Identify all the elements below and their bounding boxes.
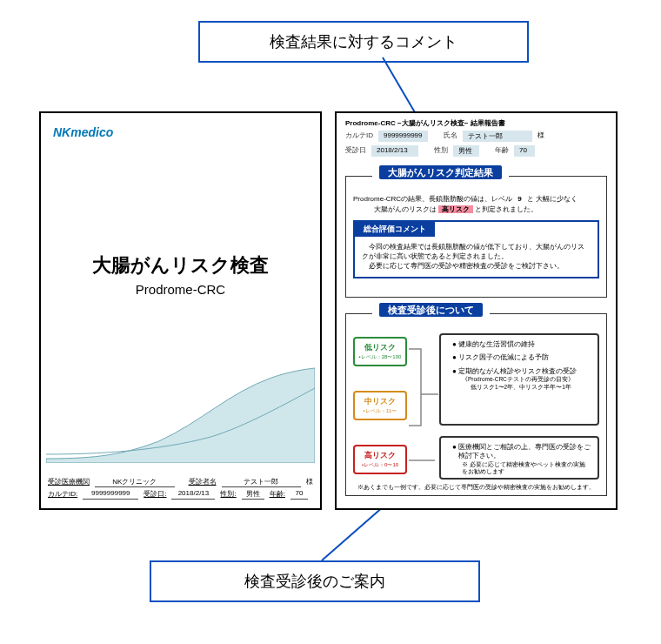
logo: NKmedico	[53, 125, 113, 139]
result-section-title: 大腸がんリスク判定結果	[379, 165, 502, 179]
cover-patient-info: 受診医療機関 NKクリニック 受診者名 テスト一郎 様 カルテID: 99999…	[48, 477, 313, 501]
advice2-i1: 医療機関とご相談の上、専門医の受診をご検討下さい。	[458, 443, 591, 460]
h-name-honorific: 様	[537, 131, 544, 142]
facility-value: NKクリニック	[95, 477, 175, 487]
advice-box-low-mid: 健康的な生活習慣の維持 リスク因子の低減による予防 定期的ながん検診やリスク検査…	[439, 333, 599, 426]
advice1-i3-sub2: 低リスク1〜2年、中リスク半年〜1年	[471, 384, 591, 391]
cover-title: 大腸がんリスク検査 Prodrome-CRC	[41, 252, 320, 297]
cover-title-en: Prodrome-CRC	[41, 282, 320, 297]
h-name-value: テスト一郎	[463, 131, 532, 142]
h-date-value: 2018/2/13	[371, 145, 418, 157]
callout-top: 検査結果に対するコメント	[198, 21, 529, 63]
report-header: カルテID 9999999999 氏名 テスト一郎 様 受診日 2018/2/1…	[345, 131, 607, 160]
risk-badge: 高リスク	[438, 205, 473, 213]
followup-section-title: 検査受診後について	[379, 303, 483, 317]
risk-bracket-lines	[409, 333, 438, 481]
h-date-label: 受診日	[345, 145, 366, 157]
karte-label: カルテID:	[48, 489, 77, 500]
risk-mid-box: 中リスク •レベル：11〜	[353, 391, 407, 420]
age-label: 年齢:	[270, 489, 285, 500]
result-section: 大腸がんリスク判定結果 Prodrome-CRCの結果、長鎖脂肪酸の値は、レベル…	[345, 176, 607, 298]
result-text: Prodrome-CRCの結果、長鎖脂肪酸の値は、レベル 9 と 大幅に少なく …	[353, 194, 599, 215]
patient-value: テスト一郎	[222, 477, 302, 487]
cover-page: NKmedico 大腸がんリスク検査 Prodrome-CRC 受診医療機関 N…	[39, 111, 322, 510]
karte-value: 9999999999	[83, 489, 138, 500]
callout-bottom: 検査受診後のご案内	[150, 560, 480, 602]
h-karte-label: カルテID	[345, 131, 373, 142]
risk-mid-range: •レベル：11〜	[357, 407, 404, 415]
comment-tab: 総合評価コメント	[355, 222, 435, 237]
risk-low-range: •レベル：28〜100	[357, 353, 404, 361]
patient-label: 受診者名	[189, 477, 217, 487]
risk-low-label: 低リスク	[357, 342, 404, 353]
h-name-label: 氏名	[444, 131, 457, 142]
r-line1-pre: Prodrome-CRCの結果、長鎖脂肪酸の値は、レベル	[353, 195, 512, 203]
risk-low-box: 低リスク •レベル：28〜100	[353, 337, 407, 366]
r-line1-post: と 大幅に少なく	[527, 195, 578, 203]
risk-mid-label: 中リスク	[357, 396, 404, 407]
advice1-i2: リスク因子の低減による予防	[458, 353, 591, 362]
comment-box: 総合評価コメント 今回の検査結果では長鎖脂肪酸の値が低下しており、大腸がんのリス…	[353, 220, 599, 278]
patient-honorific: 様	[306, 477, 313, 487]
h-age-label: 年齢	[495, 145, 509, 157]
report-title: Prodrome-CRC −大腸がんリスク検査− 結果報告書	[345, 118, 505, 128]
risk-high-label: 高リスク	[357, 450, 404, 461]
h-karte-value: 9999999999	[378, 131, 428, 142]
r-line2-pre: 大腸がんのリスクは	[374, 205, 437, 215]
followup-section: 検査受診後について 低リスク •レベル：28〜100 中リスク •レベル：11〜…	[345, 313, 607, 496]
h-sex-value: 男性	[453, 145, 479, 157]
advice1-i3-sub1: 《Prodrome-CRCテストの再受診の目安》	[462, 376, 591, 383]
comment-body: 今回の検査結果では長鎖脂肪酸の値が低下しており、大腸がんのリスクが非常に高い状態…	[355, 237, 598, 277]
h-age-value: 70	[514, 145, 535, 157]
r-level-value: 9	[514, 195, 524, 203]
cover-chart-area	[46, 367, 315, 463]
followup-section-tab: 検査受診後について	[372, 304, 490, 317]
h-sex-label: 性別	[434, 145, 448, 157]
report-page: Prodrome-CRC −大腸がんリスク検査− 結果報告書 カルテID 999…	[335, 111, 618, 510]
risk-high-box: 高リスク •レベル：0〜10	[353, 445, 407, 474]
sex-value: 男性	[242, 489, 264, 500]
advice2-i1-sub: ※ 必要に応じて精密検査やペット検査の実施をお勧めします	[462, 461, 591, 476]
risk-high-range: •レベル：0〜10	[357, 461, 404, 469]
date-value: 2018/2/13	[171, 489, 215, 500]
sex-label: 性別:	[220, 489, 236, 500]
date-label: 受診日:	[144, 489, 166, 500]
r-line2-post: と判定されました。	[475, 205, 537, 213]
facility-label: 受診医療機関	[48, 477, 90, 487]
advice1-i3: 定期的ながん検診やリスク検査の受診	[458, 367, 577, 375]
cover-title-jp: 大腸がんリスク検査	[41, 252, 320, 278]
age-value: 70	[290, 489, 308, 500]
advice1-i1: 健康的な生活習慣の維持	[458, 340, 591, 349]
advice-box-high: 医療機関とご相談の上、専門医の受診をご検討下さい。 ※ 必要に応じて精密検査やペ…	[439, 436, 599, 480]
followup-note: ※あくまでも一例です。必要に応じて専門医の受診や精密検査の実施をお勧めします。	[346, 484, 606, 492]
result-section-tab: 大腸がんリスク判定結果	[372, 166, 509, 179]
